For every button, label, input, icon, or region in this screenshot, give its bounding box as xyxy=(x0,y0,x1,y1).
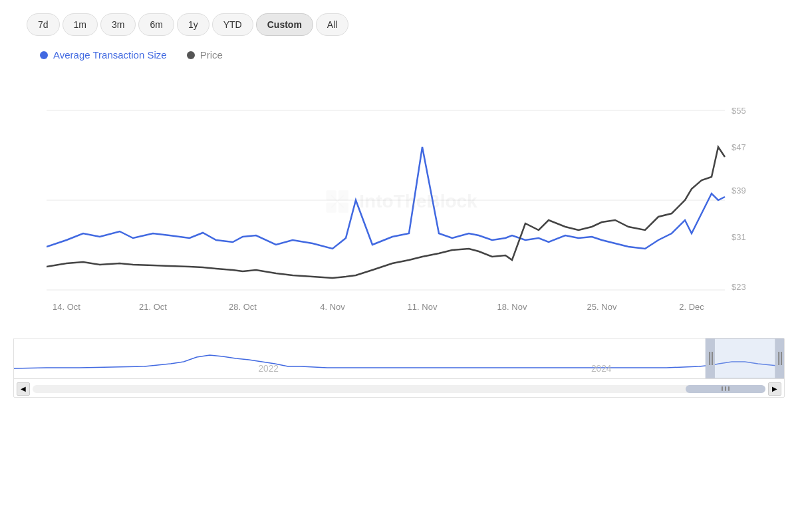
navigator-chart: 2022 2024 xyxy=(14,338,784,378)
thumb-grip-1 xyxy=(722,386,723,391)
chart-svg: $6,000 $3,000 $0 $55 $47 $39 $31 $23 14.… xyxy=(47,70,765,330)
avg-tx-line xyxy=(47,147,725,249)
legend-label-price: Price xyxy=(200,49,223,61)
navigator-inner: 2022 2024 xyxy=(14,338,784,378)
legend-item-avg-tx: Average Transaction Size xyxy=(40,49,167,61)
time-btn-6m[interactable]: 6m xyxy=(138,13,174,36)
time-btn-7d[interactable]: 7d xyxy=(27,13,60,36)
svg-text:$47: $47 xyxy=(732,142,746,152)
scroll-track[interactable] xyxy=(33,385,765,393)
scrollbar: ◀ ▶ xyxy=(14,378,784,398)
svg-text:$23: $23 xyxy=(732,282,746,292)
svg-text:4. Nov: 4. Nov xyxy=(320,302,345,312)
svg-text:2. Dec: 2. Dec xyxy=(679,302,704,312)
time-btn-3m[interactable]: 3m xyxy=(100,13,136,36)
svg-text:18. Nov: 18. Nov xyxy=(497,302,527,312)
svg-text:14. Oct: 14. Oct xyxy=(53,302,80,312)
svg-rect-23 xyxy=(14,338,784,378)
time-range-bar: 7d1m3m6m1yYTDCustomAll xyxy=(7,13,791,43)
svg-text:28. Oct: 28. Oct xyxy=(229,302,257,312)
svg-text:2022: 2022 xyxy=(258,363,279,374)
price-line xyxy=(47,147,725,278)
scroll-right-arrow[interactable]: ▶ xyxy=(768,382,781,396)
legend-dot-dark xyxy=(187,51,195,59)
svg-text:$39: $39 xyxy=(732,186,746,196)
svg-text:2024: 2024 xyxy=(591,363,612,374)
thumb-grip-3 xyxy=(728,386,730,391)
scroll-thumb[interactable] xyxy=(686,385,765,393)
navigator-section: 2022 2024 ◀ ▶ xyxy=(13,338,785,398)
svg-text:25. Nov: 25. Nov xyxy=(587,302,617,312)
legend-dot-blue xyxy=(40,51,48,59)
legend-item-price: Price xyxy=(187,49,223,61)
svg-rect-24 xyxy=(706,338,784,378)
svg-text:21. Oct: 21. Oct xyxy=(139,302,167,312)
legend-label-avg-tx: Average Transaction Size xyxy=(53,49,167,61)
time-btn-1m[interactable]: 1m xyxy=(63,13,98,36)
time-btn-ytd[interactable]: YTD xyxy=(212,13,253,36)
time-btn-all[interactable]: All xyxy=(316,13,349,36)
scroll-left-arrow[interactable]: ◀ xyxy=(17,382,30,396)
legend: Average Transaction Size Price xyxy=(7,43,791,70)
main-container: 7d1m3m6m1yYTDCustomAll Average Transacti… xyxy=(0,0,798,532)
svg-text:$55: $55 xyxy=(732,106,746,116)
thumb-grip-2 xyxy=(725,386,726,391)
time-btn-1y[interactable]: 1y xyxy=(177,13,209,36)
svg-text:11. Nov: 11. Nov xyxy=(408,302,438,312)
svg-text:$31: $31 xyxy=(732,232,746,242)
chart-area: IntoTheBlock $6,000 $3,000 $0 $55 $47 $3… xyxy=(7,70,791,332)
time-btn-custom[interactable]: Custom xyxy=(256,13,313,36)
